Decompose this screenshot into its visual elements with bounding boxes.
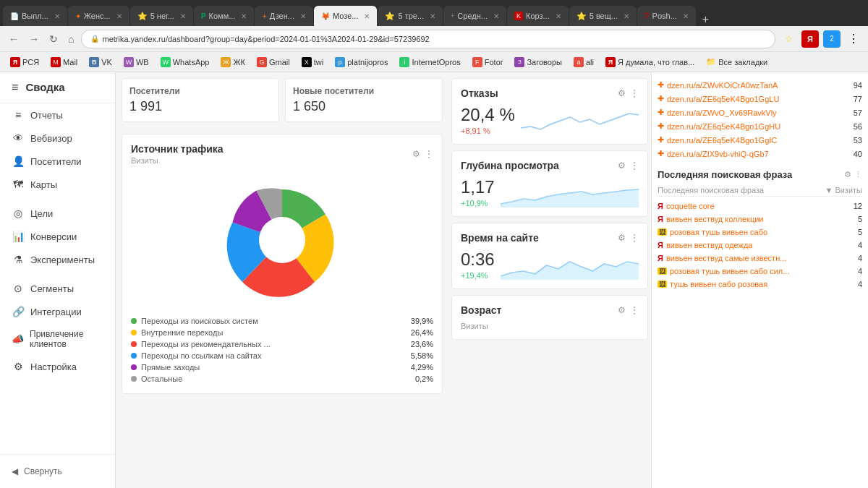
conversions-icon: 📊: [12, 231, 25, 242]
tab-3[interactable]: ⭐ 5 нег... ✕: [130, 6, 193, 26]
bookmark-star-icon[interactable]: ☆: [780, 30, 797, 48]
expand-icon[interactable]: ⋮: [425, 149, 433, 159]
sidebar-item-reports[interactable]: ≡ Отчеты: [0, 103, 115, 127]
top-link-row-2: ✚ dzen.ru/a/ZWvO_Xv69RavkVly 57: [658, 106, 862, 119]
tab-2[interactable]: ✦ Женс... ✕: [68, 6, 129, 26]
tab-8-close[interactable]: ✕: [493, 12, 499, 20]
yandex-icon[interactable]: Я: [801, 30, 819, 48]
tab-6-close[interactable]: ✕: [364, 12, 370, 20]
bookmark-gmail[interactable]: G Gmail: [252, 56, 294, 69]
bookmark-zhk[interactable]: Ж ЖК: [216, 56, 250, 69]
bounce-expand-icon[interactable]: ⋮: [630, 88, 639, 98]
bookmark-platnijopros[interactable]: p platnijopros: [331, 56, 392, 69]
age-gear-icon[interactable]: ⚙: [618, 305, 626, 315]
search-phrase-0[interactable]: coquette core: [666, 202, 848, 210]
search-count-1: 5: [858, 215, 862, 223]
settings-gear-icon[interactable]: ⚙: [412, 149, 420, 159]
forward-button[interactable]: →: [26, 32, 42, 46]
sidebar-item-goals[interactable]: ◎ Цели: [0, 202, 115, 225]
bookmark-rya[interactable]: Я РСЯ: [6, 56, 43, 69]
age-subtitle: Визиты: [461, 322, 639, 330]
tab-4-close[interactable]: ✕: [241, 12, 247, 20]
search-phrase-3[interactable]: вивьен вествуд одежда: [666, 241, 852, 249]
sidebar-item-visitors[interactable]: 👤 Посетители: [0, 150, 115, 173]
search-phrase-1[interactable]: вивьен вествуд коллекции: [666, 215, 852, 223]
search-phrase-2[interactable]: розовая тушь вивьен сабо: [670, 228, 852, 236]
sidebar-item-acquisition[interactable]: 📣 Привлечение клиентов: [0, 323, 115, 355]
depth-gear-icon[interactable]: ⚙: [618, 160, 626, 171]
tab-6-active[interactable]: 🦊 Мозе... ✕: [314, 6, 378, 26]
bookmark-mail[interactable]: M Mail: [46, 56, 82, 69]
bookmark-zagovory[interactable]: З Заговоры: [510, 56, 566, 69]
top-link-row-4: ✚ dzen.ru/a/ZE6q5eK4Bgo1GgIC 53: [658, 133, 862, 147]
age-expand-icon[interactable]: ⋮: [630, 305, 639, 315]
bookmark-vk[interactable]: В VK: [85, 56, 116, 69]
bookmark-wb[interactable]: W WB: [119, 56, 153, 69]
depth-expand-icon[interactable]: ⋮: [630, 160, 639, 171]
tab-10[interactable]: ⭐ 5 вещ... ✕: [569, 6, 637, 26]
top-link-4[interactable]: dzen.ru/a/ZE6q5eK4Bgo1GgIC: [667, 136, 848, 145]
sidebar-item-settings[interactable]: ⚙ Настройка: [0, 355, 115, 378]
search-phrase-4[interactable]: вивьен вествуд самые известн...: [666, 254, 852, 262]
tab-1-close[interactable]: ✕: [54, 12, 60, 20]
reports-icon: ≡: [12, 109, 25, 121]
bookmark-whatsapp[interactable]: W WhatsApp: [156, 56, 214, 69]
search-gear-icon[interactable]: ⚙: [844, 170, 851, 179]
tab-11-close[interactable]: ✕: [683, 12, 689, 20]
tab-4[interactable]: P Комм... ✕: [194, 6, 255, 26]
top-link-1[interactable]: dzen.ru/a/ZE6q5eK4Bgo1GgLU: [667, 95, 848, 103]
platnijopros-icon: p: [335, 57, 345, 67]
bookmark-all[interactable]: 📁 Все закладки: [702, 56, 772, 68]
tab-11[interactable]: P Posh... ✕: [637, 6, 696, 26]
sidebar-item-webvisor[interactable]: 👁 Вебвизор: [0, 127, 115, 150]
tab-3-close[interactable]: ✕: [180, 12, 186, 20]
search-phrase-6[interactable]: тушь вивьен сабо розовая: [670, 280, 852, 288]
tab-1[interactable]: 📄 Выпл... ✕: [3, 6, 67, 26]
tab-10-close[interactable]: ✕: [624, 12, 629, 20]
time-expand-icon[interactable]: ⋮: [630, 233, 639, 243]
tab-5[interactable]: + Дзен... ✕: [255, 6, 313, 26]
search-ya-icon-4: Я: [658, 254, 663, 262]
maps-icon: 🗺: [12, 179, 25, 190]
search-phrase-5[interactable]: розовая тушь вивьен сабо сил...: [670, 267, 852, 275]
sidebar-collapse-button[interactable]: ◀ Свернуть: [0, 461, 115, 482]
time-gear-icon[interactable]: ⚙: [618, 233, 626, 243]
top-link-0[interactable]: dzen.ru/a/ZWvKOiCrA0wzTanA: [667, 81, 848, 90]
new-tab-button[interactable]: +: [697, 13, 715, 26]
search-row-5: 🖼 розовая тушь вивьен сабо сил... 4: [658, 265, 862, 278]
bookmark-fotor[interactable]: F Fotor: [468, 56, 508, 69]
tab-8[interactable]: + Средн... ✕: [443, 6, 506, 26]
top-link-5[interactable]: dzen.ru/a/ZIX9vb-vhiQ-qGb7: [667, 150, 848, 158]
tab-1-icon: 📄: [10, 12, 19, 20]
top-link-3[interactable]: dzen.ru/a/ZE6q5eK4Bgo1GgHU: [667, 122, 848, 131]
sidebar-item-experiments[interactable]: ⚗ Эксперименты: [0, 248, 115, 271]
tab-9[interactable]: K Корз... ✕: [507, 6, 569, 26]
bounce-rate-card: Отказы ⚙ ⋮ 20,4 % +8,91 %: [451, 78, 648, 145]
tab-2-close[interactable]: ✕: [116, 12, 122, 20]
traffic-card-subtitle: Визиты: [131, 156, 224, 165]
reload-button[interactable]: ↻: [46, 32, 61, 46]
sidebar-item-conversions[interactable]: 📊 Конверсии: [0, 225, 115, 248]
tab-7[interactable]: ⭐ 5 тре... ✕: [378, 6, 443, 26]
tab-7-icon: ⭐: [385, 12, 395, 21]
bookmark-twitter[interactable]: X twi: [297, 56, 328, 69]
bounce-gear-icon[interactable]: ⚙: [618, 88, 626, 98]
address-bar[interactable]: 🔒 metrika.yandex.ru/dashboard?group=day&…: [81, 30, 775, 48]
extensions-icon[interactable]: 2: [823, 30, 841, 48]
search-expand-icon[interactable]: ⋮: [854, 170, 862, 179]
bookmark-internetopros[interactable]: i InternetOpros: [395, 56, 464, 69]
top-link-2[interactable]: dzen.ru/a/ZWvO_Xv69RavkVly: [667, 108, 848, 117]
legend-label-2: Переходы из рекомендательных ...: [141, 340, 405, 348]
bookmark-yadumala[interactable]: Я Я думала, что глав...: [601, 56, 699, 69]
sidebar-item-segments[interactable]: ⊙ Сегменты: [0, 277, 115, 300]
tab-9-icon: K: [514, 12, 523, 20]
back-button[interactable]: ←: [6, 32, 22, 46]
bookmark-ali[interactable]: a ali: [569, 56, 598, 69]
browser-menu-icon[interactable]: ⋮: [845, 30, 862, 48]
sidebar-item-maps[interactable]: 🗺 Карты: [0, 173, 115, 196]
home-button[interactable]: ⌂: [65, 32, 77, 46]
tab-7-close[interactable]: ✕: [430, 12, 435, 20]
sidebar-item-integrations[interactable]: 🔗 Интеграции: [0, 300, 115, 323]
tab-5-close[interactable]: ✕: [300, 12, 306, 20]
tab-9-close[interactable]: ✕: [556, 12, 561, 20]
